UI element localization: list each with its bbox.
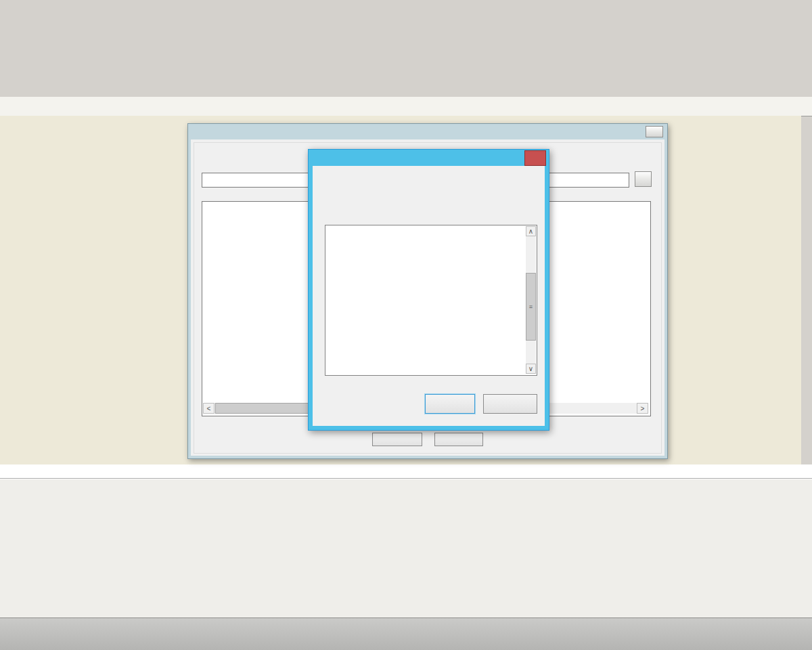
ruler-window [0, 478, 812, 619]
tree-vscrollbar[interactable]: ∧ ≡ ∨ [526, 226, 536, 374]
trend-vertical-scrollbar[interactable] [801, 98, 812, 464]
browse-dialog-close-button[interactable] [524, 150, 546, 166]
scroll-right-arrow[interactable]: > [637, 403, 648, 414]
browse-directory-button[interactable] [635, 171, 652, 187]
browse-ok-button[interactable] [425, 394, 475, 414]
scroll-left-arrow[interactable]: < [203, 403, 215, 414]
folder-tree[interactable]: ∧ ≡ ∨ [325, 225, 537, 376]
browse-dialog-title [309, 150, 549, 153]
scroll-thumb[interactable]: ≡ [526, 273, 536, 341]
bottom-toolbar [0, 618, 812, 650]
scroll-down-arrow[interactable]: ∨ [526, 364, 536, 374]
browse-cancel-button[interactable] [483, 394, 537, 414]
browse-dialog-titlebar[interactable] [309, 150, 549, 166]
browse-folder-dialog: ∧ ≡ ∨ [308, 149, 549, 431]
status-bar [0, 464, 812, 479]
backup-dialog-title [188, 124, 667, 127]
browse-dialog-body: ∧ ≡ ∨ [313, 166, 545, 426]
trend-toolbar [0, 97, 812, 116]
backup-dialog-close-button[interactable] [646, 126, 663, 137]
backup-ok-button[interactable] [372, 433, 422, 446]
screen-nav-toolbar [0, 72, 812, 97]
backup-cancel-button[interactable] [434, 433, 483, 446]
backup-dialog-titlebar[interactable] [188, 124, 667, 139]
scroll-up-arrow[interactable]: ∧ [526, 226, 536, 236]
